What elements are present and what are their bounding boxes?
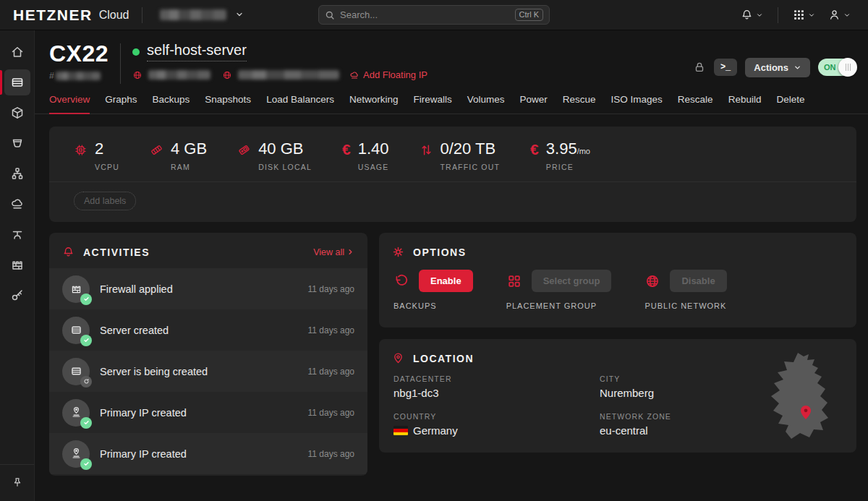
stat-value: 0/20 TB [441, 140, 496, 158]
power-toggle[interactable]: ON [818, 59, 852, 76]
toggle-knob [838, 58, 857, 77]
server-icon [62, 317, 90, 344]
sidebar-item-volumes[interactable] [4, 100, 30, 126]
tab-iso-images[interactable]: ISO Images [611, 94, 663, 114]
sidebar-item-firewalls[interactable] [4, 252, 30, 278]
stat-ram: 4 GB RAM [150, 141, 207, 171]
hetzner-logo: HETZNER [13, 7, 93, 24]
view-all-link[interactable]: View all [313, 247, 354, 257]
tab-firewalls[interactable]: Firewalls [413, 94, 451, 114]
console-button[interactable]: >_ [714, 59, 737, 76]
add-labels-button[interactable]: Add labels [74, 192, 136, 210]
option-label: PLACEMENT GROUP [506, 301, 612, 310]
activity-time: 11 days ago [308, 408, 355, 418]
option-label: PUBLIC NETWORK [644, 301, 726, 310]
sidebar-item-home[interactable] [4, 39, 30, 65]
apps-menu[interactable] [788, 6, 820, 24]
firewall-icon [10, 257, 25, 272]
field-value: nbg1-dc3 [393, 387, 600, 399]
tab-rebuild[interactable]: Rebuild [728, 94, 762, 114]
option-backups: Enable BACKUPS [393, 270, 473, 310]
volume-cube-icon [10, 106, 25, 120]
add-floating-ip-link[interactable]: Add Floating IP [349, 69, 427, 80]
germany-flag-icon [393, 426, 408, 435]
select-placement-group-button: Select group [532, 270, 612, 292]
stat-vcpu: 2 VCPU [74, 141, 119, 171]
globe-icon [644, 273, 660, 289]
topbar-divider [778, 7, 778, 23]
ram-icon [150, 143, 163, 171]
chevron-down-icon [843, 12, 851, 19]
sidebar-item-floating-ips[interactable] [4, 191, 30, 217]
tab-graphs[interactable]: Graphs [105, 94, 137, 114]
tab-delete[interactable]: Delete [776, 94, 804, 114]
sidebar-item-networks[interactable] [4, 160, 30, 187]
euro-icon: € [342, 142, 351, 171]
status-running-dot [132, 48, 140, 56]
stat-disk: 40 GB DISK LOCAL [237, 141, 312, 171]
pushpin-icon [12, 476, 23, 488]
traffic-arrows-icon [420, 143, 433, 171]
pin-sidebar-button[interactable] [4, 472, 30, 492]
primary-ip-icon [62, 399, 90, 427]
server-id-prefix: # [49, 71, 54, 81]
tab-rescue[interactable]: Rescue [563, 94, 596, 114]
view-all-label: View all [313, 247, 344, 257]
activity-title: Server created [100, 325, 169, 336]
option-public-network: Disable PUBLIC NETWORK [644, 270, 726, 310]
account-menu[interactable] [824, 6, 855, 24]
field-value: Germany [413, 424, 458, 437]
sidebar-item-servers[interactable] [4, 69, 30, 95]
activities-card: ACTIVITIES View all [49, 233, 367, 476]
stat-suffix: /mo [577, 147, 590, 155]
bell-icon [741, 9, 753, 21]
server-icon [10, 75, 25, 90]
tab-rescale[interactable]: Rescale [678, 94, 713, 114]
success-check-icon [80, 335, 92, 346]
tab-networking[interactable]: Networking [349, 94, 399, 114]
notifications-menu[interactable] [736, 6, 767, 24]
field-country: COUNTRY Germany [393, 412, 600, 437]
search-icon [325, 10, 335, 20]
stat-label: USAGE [358, 163, 389, 171]
options-title: OPTIONS [413, 247, 467, 258]
success-check-icon [80, 294, 92, 305]
server-name[interactable]: self-host-server [147, 42, 247, 61]
delete-protection-lock-icon [693, 61, 706, 74]
main-content: CX22 # self-host-server [35, 30, 868, 501]
search-input[interactable] [340, 9, 515, 20]
globe-icon [222, 70, 232, 80]
disable-public-network-button: Disable [670, 270, 726, 292]
network-icon [10, 166, 25, 181]
enable-backups-button[interactable]: Enable [419, 270, 473, 292]
success-check-icon [80, 417, 92, 429]
activity-time: 11 days ago [308, 367, 355, 377]
stat-label: VCPU [95, 163, 119, 171]
search-bar[interactable]: Ctrl K [318, 5, 550, 25]
project-selector[interactable] [156, 6, 248, 25]
stat-label: TRAFFIC OUT [441, 163, 501, 171]
search-shortcut: Ctrl K [515, 9, 544, 21]
tab-overview[interactable]: Overview [49, 94, 90, 114]
germany-map [754, 351, 846, 448]
sidebar-item-load-balancers[interactable] [4, 130, 30, 156]
activity-row: Firewall applied 11 days ago [49, 268, 367, 309]
activity-time: 11 days ago [308, 449, 355, 459]
location-title: LOCATION [413, 353, 474, 364]
sidebar-item-security-keys[interactable] [4, 282, 30, 308]
option-placement-group: Select group PLACEMENT GROUP [506, 270, 612, 310]
euro-icon: € [530, 142, 539, 171]
tab-backups[interactable]: Backups [153, 94, 190, 114]
activity-row: Primary IP created 11 days ago [49, 433, 367, 474]
tab-load-balancers[interactable]: Load Balancers [266, 94, 334, 114]
sidebar-item-primary-ips[interactable] [4, 221, 30, 247]
stat-value: 2 [95, 140, 103, 158]
server-icon [62, 358, 90, 385]
tab-volumes[interactable]: Volumes [467, 94, 505, 114]
actions-button[interactable]: Actions [745, 58, 810, 77]
tab-snapshots[interactable]: Snapshots [205, 94, 251, 114]
tab-power[interactable]: Power [520, 94, 548, 114]
server-stats-card: 2 VCPU 4 GB RAM 40 GB [49, 127, 856, 222]
apps-grid-icon [793, 9, 805, 21]
home-icon [10, 45, 25, 59]
